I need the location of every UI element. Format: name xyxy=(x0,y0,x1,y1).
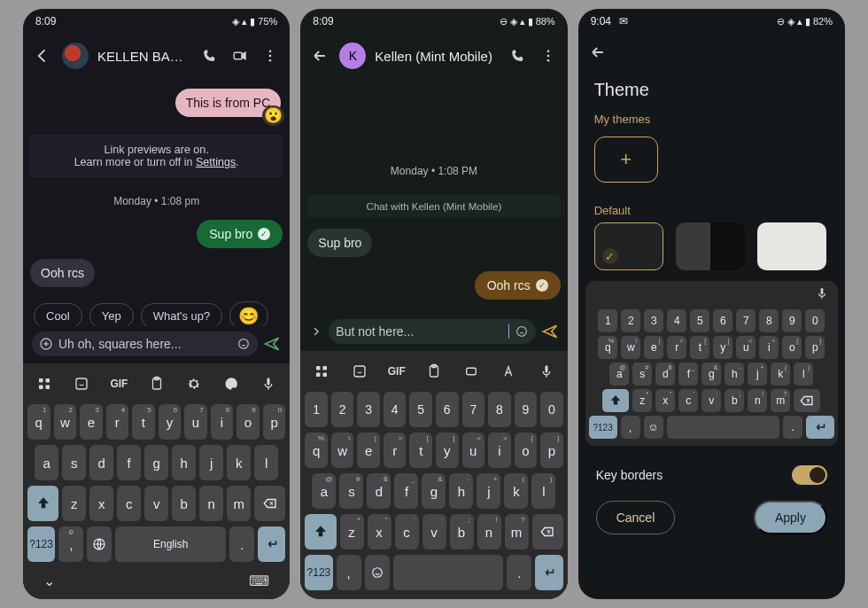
key-i[interactable]: i> xyxy=(759,336,779,359)
keyboard[interactable]: GIF 1234567890 q%w\e|r=t[y]u<i>o{p} a@s#… xyxy=(300,351,567,599)
key-p[interactable]: p0 xyxy=(263,404,286,440)
key-5[interactable]: 5 xyxy=(409,392,432,427)
textedit-icon[interactable] xyxy=(497,360,520,383)
key-g[interactable]: g& xyxy=(422,473,446,509)
settings-icon[interactable] xyxy=(182,372,205,395)
enter-key[interactable] xyxy=(535,555,562,590)
chat-title[interactable]: KELLEN BARR... xyxy=(97,49,190,64)
comma-key[interactable]: , xyxy=(621,416,640,439)
key-7[interactable]: 7 xyxy=(736,309,756,332)
composer-field[interactable] xyxy=(329,319,535,344)
shift-key[interactable] xyxy=(305,514,336,550)
message-out[interactable]: Ooh rcs ✓ xyxy=(475,271,561,300)
key-c[interactable]: c' xyxy=(678,389,698,412)
call-icon[interactable] xyxy=(508,45,529,66)
key-g[interactable]: g& xyxy=(701,362,721,386)
chip-cool[interactable]: Cool xyxy=(34,303,82,326)
symbols-key[interactable]: ?123 xyxy=(27,526,55,562)
back-icon[interactable] xyxy=(309,45,330,66)
reaction-emoji[interactable]: 😮 xyxy=(262,105,284,126)
send-icon[interactable] xyxy=(541,323,559,340)
key-s[interactable]: s# xyxy=(339,473,363,509)
key-c[interactable]: c' xyxy=(395,514,419,550)
key-4[interactable]: 4 xyxy=(384,392,407,427)
apply-button[interactable]: Apply xyxy=(754,501,827,534)
key-i[interactable]: i> xyxy=(488,433,511,468)
key-0[interactable]: 0 xyxy=(805,309,825,332)
key-p[interactable]: p} xyxy=(805,336,825,359)
key-j[interactable]: j xyxy=(199,445,223,480)
chip-whatsup[interactable]: What's up? xyxy=(141,303,223,326)
key-t[interactable]: t[ xyxy=(409,433,432,468)
space-key[interactable]: English xyxy=(115,526,226,562)
key-t[interactable]: t[ xyxy=(690,336,709,359)
key-5[interactable]: 5 xyxy=(690,309,709,332)
key-e[interactable]: e| xyxy=(644,336,663,359)
emoji-key[interactable]: ☺ xyxy=(644,416,663,439)
key-d[interactable]: d$ xyxy=(367,473,391,509)
key-s[interactable]: s xyxy=(62,445,86,480)
key-c[interactable]: c xyxy=(117,486,141,521)
sticker-icon[interactable] xyxy=(348,360,371,383)
key-7[interactable]: 7 xyxy=(462,392,485,427)
sticker-icon[interactable] xyxy=(70,372,93,395)
key-k[interactable]: k( xyxy=(771,362,790,386)
key-6[interactable]: 6 xyxy=(436,392,459,427)
key-v[interactable]: v: xyxy=(422,514,446,550)
key-2[interactable]: 2 xyxy=(331,392,354,427)
nav-down-icon[interactable]: ⌄ xyxy=(43,573,55,590)
key-t[interactable]: t5 xyxy=(132,404,155,440)
key-h[interactable]: h- xyxy=(725,362,744,386)
chat-title[interactable]: Kellen (Mint Mobile) xyxy=(375,49,498,64)
key-l[interactable]: l) xyxy=(531,473,555,509)
message-out[interactable]: This is from PC 😮 xyxy=(175,89,282,117)
key-z[interactable]: z xyxy=(62,486,86,521)
expand-icon[interactable] xyxy=(309,324,323,339)
key-o[interactable]: o9 xyxy=(236,404,260,440)
mic-icon[interactable] xyxy=(535,360,558,383)
add-theme-button[interactable]: + xyxy=(594,136,658,183)
key-l[interactable]: l) xyxy=(794,362,813,386)
key-z[interactable]: z* xyxy=(340,514,364,550)
key-l[interactable]: l xyxy=(254,445,278,480)
comma-key[interactable]: , xyxy=(337,555,361,590)
key-o[interactable]: o{ xyxy=(782,336,802,359)
key-g[interactable]: g xyxy=(144,445,168,480)
key-d[interactable]: d xyxy=(89,445,113,480)
key-m[interactable]: m? xyxy=(771,389,790,412)
symbols-key[interactable]: ?123 xyxy=(589,416,617,439)
key-f[interactable]: f xyxy=(117,445,141,480)
gif-icon[interactable]: GIF xyxy=(385,360,408,383)
enter-key[interactable] xyxy=(806,416,834,439)
key-q[interactable]: q% xyxy=(598,336,617,359)
key-borders-toggle[interactable] xyxy=(792,465,827,485)
keyboard[interactable]: GIF q1w2e3r4t5y6u7i8o9p0 asdfghjkl zxcvb… xyxy=(23,363,290,599)
key-j[interactable]: j+ xyxy=(477,473,500,509)
key-r[interactable]: r= xyxy=(384,433,407,468)
settings-link[interactable]: Settings xyxy=(196,156,236,168)
key-j[interactable]: j+ xyxy=(748,362,767,386)
palette-icon[interactable] xyxy=(220,372,243,395)
key-1[interactable]: 1 xyxy=(598,309,617,332)
plus-icon[interactable] xyxy=(39,337,53,351)
key-z[interactable]: z* xyxy=(632,389,652,412)
key-n[interactable]: n! xyxy=(748,389,767,412)
message-in[interactable]: Ooh rcs xyxy=(30,259,95,287)
enter-key[interactable] xyxy=(258,526,285,562)
key-f[interactable]: f_ xyxy=(678,362,698,386)
key-w[interactable]: w\ xyxy=(621,336,640,359)
key-u[interactable]: u7 xyxy=(184,404,207,440)
period-key[interactable]: . xyxy=(229,526,254,562)
key-w[interactable]: w\ xyxy=(331,433,354,468)
clipboard-icon[interactable] xyxy=(145,372,168,395)
key-y[interactable]: y6 xyxy=(159,404,182,440)
key-h[interactable]: h- xyxy=(449,473,473,509)
key-q[interactable]: q1 xyxy=(27,404,50,440)
keyboard-switch-icon[interactable]: ⌨ xyxy=(249,573,269,590)
more-icon[interactable] xyxy=(260,45,281,66)
shift-key[interactable] xyxy=(27,486,58,521)
emoji-key[interactable]: ☺, xyxy=(58,526,83,562)
key-k[interactable]: k xyxy=(227,445,251,480)
key-d[interactable]: d$ xyxy=(655,362,675,386)
shift-key[interactable] xyxy=(602,389,629,412)
